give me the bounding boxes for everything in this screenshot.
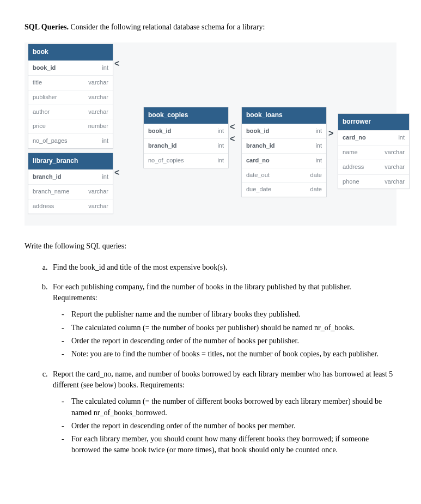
rel-arrow-icon: <: [114, 166, 119, 179]
table-borrower: borrower card_noint namevarchar addressv…: [338, 113, 410, 189]
table-header: borrower: [338, 114, 409, 130]
rel-arrow-icon: <: [230, 132, 235, 145]
rel-arrow-icon: <: [114, 57, 119, 70]
list-item: The calculated column (= the number of d…: [59, 396, 396, 418]
list-item: Note: you are to find the number of book…: [59, 349, 396, 360]
table-row: publishervarchar: [28, 90, 113, 105]
question-a: Find the book_id and title of the most e…: [50, 262, 396, 273]
question-c: Report the card_no, name, and number of …: [50, 369, 396, 456]
rel-arrow-icon: >: [328, 127, 333, 139]
list-item: For each library member, you should coun…: [59, 434, 396, 456]
table-row: branch_namevarchar: [28, 184, 113, 199]
question-b-reqs: Report the publisher name and the number…: [53, 309, 396, 360]
list-item: Report the publisher name and the number…: [59, 309, 396, 320]
intro-rest: Consider the following relational databa…: [69, 23, 265, 31]
table-row: branch_idint: [144, 138, 228, 153]
table-row: branch_idint: [28, 169, 113, 184]
table-row: card_noint: [338, 130, 409, 145]
intro-text: SQL Queries. Consider the following rela…: [25, 22, 396, 33]
table-row: branch_idint: [242, 138, 326, 153]
table-row: date_outdate: [242, 168, 326, 183]
table-row: book_idint: [242, 124, 326, 138]
table-row: addressvarchar: [338, 160, 409, 174]
schema-diagram: book book_idint titlevarchar publisherva…: [25, 42, 396, 226]
list-item: Order the report in descending order of …: [59, 336, 396, 347]
table-row: due_datedate: [242, 182, 326, 197]
list-item: The calculated column (= the number of b…: [59, 323, 396, 333]
table-row: no_of_copiesint: [144, 153, 228, 168]
question-list: Find the book_id and title of the most e…: [25, 262, 396, 456]
table-row: addressvarchar: [28, 199, 113, 214]
table-row: no_of_pagesint: [28, 133, 113, 148]
table-row: namevarchar: [338, 145, 409, 160]
queries-intro: Write the following SQL queries:: [25, 241, 396, 252]
table-header: book_copies: [144, 107, 228, 123]
table-row: pricenumber: [28, 119, 113, 133]
table-header: book_loans: [242, 107, 326, 123]
table-library-branch: library_branch branch_idint branch_namev…: [28, 153, 113, 214]
question-c-reqs: The calculated column (= the number of d…: [53, 396, 396, 456]
table-row: titlevarchar: [28, 75, 113, 90]
table-row: book_idint: [28, 60, 113, 75]
rel-arrow-icon: <: [230, 120, 235, 133]
table-book: book book_idint titlevarchar publisherva…: [28, 44, 113, 149]
table-header: book: [28, 44, 113, 60]
list-item: Order the report in descending order of …: [59, 421, 396, 432]
question-b: For each publishing company, find the nu…: [50, 282, 396, 360]
table-book-copies: book_copies book_idint branch_idint no_o…: [143, 107, 229, 168]
table-book-loans: book_loans book_idint branch_idint card_…: [241, 107, 327, 197]
table-row: book_idint: [144, 124, 228, 138]
table-row: card_noint: [242, 153, 326, 168]
intro-bold: SQL Queries.: [25, 23, 69, 31]
table-row: phonevarchar: [338, 174, 409, 189]
table-row: authorvarchar: [28, 105, 113, 119]
table-header: library_branch: [28, 153, 113, 169]
